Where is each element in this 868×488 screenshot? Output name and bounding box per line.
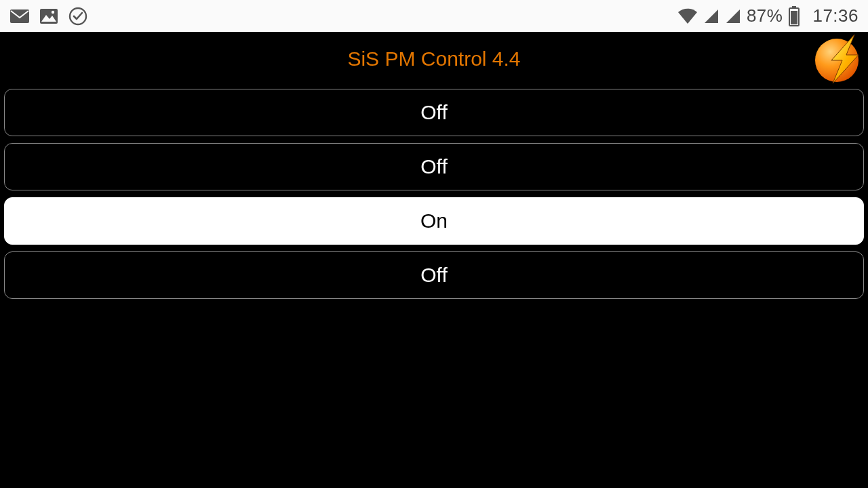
- svg-point-2: [52, 10, 54, 13]
- outlet-button-4[interactable]: Off: [4, 251, 864, 299]
- outlet-state-label: Off: [420, 264, 447, 287]
- clock-label: 17:36: [812, 5, 859, 26]
- outlet-state-label: On: [420, 209, 448, 232]
- picture-icon: [39, 8, 58, 24]
- app-header: SiS PM Control 4.4: [0, 32, 868, 86]
- wifi-icon: [677, 8, 698, 24]
- status-bar-right-icons: 87% 17:36: [677, 5, 859, 26]
- svg-rect-6: [791, 11, 797, 24]
- outlet-state-label: Off: [420, 155, 447, 178]
- outlet-button-2[interactable]: Off: [4, 143, 864, 190]
- mail-icon: [9, 9, 30, 24]
- app-logo: [815, 39, 861, 85]
- battery-percent-label: 87%: [747, 5, 783, 26]
- android-status-bar: 87% 17:36: [0, 0, 868, 32]
- outlet-button-1[interactable]: Off: [4, 89, 864, 136]
- outlet-button-3[interactable]: On: [4, 197, 864, 245]
- svg-rect-0: [10, 9, 29, 23]
- status-bar-left-icons: [9, 6, 88, 26]
- battery-icon: [788, 6, 800, 26]
- outlet-list: Off Off On Off: [0, 86, 868, 299]
- cell-signal-1-icon: [703, 8, 719, 24]
- checkmark-circle-icon: [68, 6, 88, 26]
- lightning-bolt-icon: [819, 35, 867, 83]
- page-title: SiS PM Control 4.4: [347, 47, 520, 70]
- outlet-state-label: Off: [420, 101, 447, 124]
- cell-signal-2-icon: [725, 8, 741, 24]
